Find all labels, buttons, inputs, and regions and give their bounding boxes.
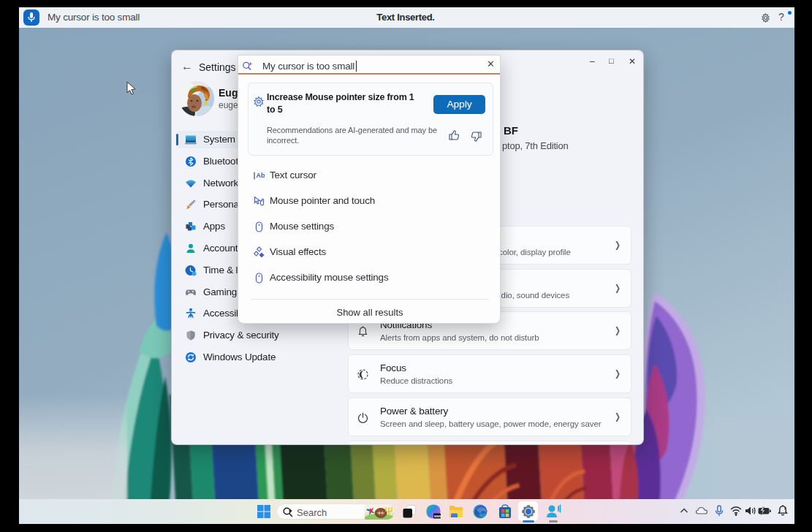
svg-text:Ab: Ab — [257, 172, 265, 179]
svg-text:MSN: MSN — [434, 514, 441, 518]
svg-text:z: z — [784, 506, 786, 510]
